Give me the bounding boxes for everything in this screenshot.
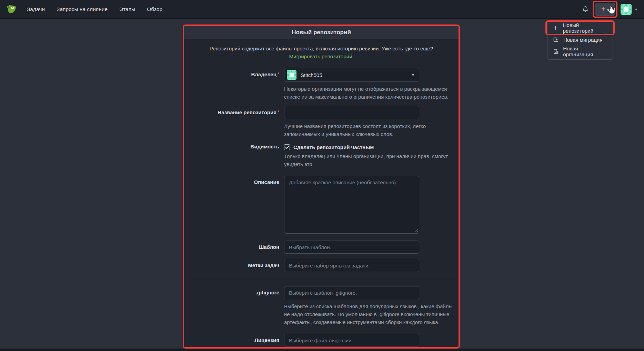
page-title: Новый репозиторий: [292, 29, 351, 36]
repo-name-label: Название репозитория*: [189, 106, 279, 138]
chevron-down-icon: ▾: [607, 8, 609, 12]
license-input[interactable]: [284, 334, 419, 347]
required-mark: *: [278, 71, 279, 77]
menu-item-label: Новая организация: [563, 46, 607, 57]
new-repository-panel: Новый репозиторий Репозиторий содержит в…: [183, 25, 460, 349]
template-input[interactable]: [284, 241, 419, 254]
repo-name-input[interactable]: [284, 106, 419, 119]
issue-labels-row: Метки задач: [189, 259, 454, 272]
menu-item-new-organization[interactable]: Новая организация: [547, 46, 613, 57]
owner-value: Stitch505: [301, 72, 322, 78]
gitea-logo-icon[interactable]: [6, 3, 18, 16]
notifications-bell-icon[interactable]: [581, 5, 590, 13]
create-new-dropdown-menu: Новый репозиторий Новая миграция Новая о…: [547, 20, 613, 60]
migration-icon: [553, 37, 559, 42]
navbar-right: + ▾ ▾: [581, 3, 637, 16]
owner-avatar: [287, 70, 296, 80]
gitignore-row: .gitignore Выберите из списка шаблонов д…: [189, 286, 454, 326]
visibility-label: Видимость: [189, 143, 279, 168]
owner-label: Владелец*: [189, 68, 279, 101]
intro-text: Репозиторий содержит все файлы проекта, …: [199, 45, 444, 60]
menu-item-label: Новая миграция: [563, 37, 603, 43]
owner-select[interactable]: Stitch505 ▾: [284, 68, 419, 82]
nav-links: Задачи Запросы на слияние Этапы Обзор: [27, 6, 162, 12]
owner-row: Владелец* Stitc: [189, 68, 454, 101]
nav-link-explore[interactable]: Обзор: [147, 6, 162, 12]
owner-help-text: Некоторые организации могут не отображат…: [284, 85, 454, 101]
organization-icon: [553, 49, 559, 54]
repo-name-help-text: Лучшие названия репозиториев состоят из …: [284, 122, 454, 138]
visibility-row: Видимость Сделать репозиторий частным То…: [189, 143, 454, 168]
nav-link-issues[interactable]: Задачи: [27, 6, 45, 12]
issue-labels-label: Метки задач: [189, 259, 279, 272]
panel-header: Новый репозиторий: [184, 26, 459, 39]
checkbox-checked-icon[interactable]: [284, 144, 290, 150]
description-row: Описание: [189, 176, 454, 234]
chevron-down-icon: ▾: [412, 72, 414, 77]
menu-item-new-repository[interactable]: Новый репозиторий: [547, 22, 613, 34]
gitignore-input[interactable]: [284, 286, 419, 299]
description-textarea[interactable]: [284, 176, 419, 234]
issue-labels-input[interactable]: [284, 259, 419, 272]
nav-link-pull-requests[interactable]: Запросы на слияние: [57, 6, 108, 12]
required-mark: *: [278, 109, 279, 115]
gitignore-help-text: Выберите из списка шаблонов для популярн…: [284, 302, 454, 326]
template-label: Шаблон: [189, 241, 279, 254]
description-label: Описание: [189, 176, 279, 234]
section-divider: [189, 279, 454, 279]
license-row: Лицензия Лицензия определяет, что другие…: [189, 334, 454, 349]
create-new-button[interactable]: + ▾: [595, 3, 615, 16]
plus-icon: +: [601, 5, 605, 13]
visibility-help-text: Только владелец или члены организации, п…: [284, 152, 454, 168]
gitignore-label: .gitignore: [189, 286, 279, 326]
menu-item-label: Новый репозиторий: [563, 22, 607, 34]
avatar-chevron-down-icon[interactable]: ▾: [635, 7, 637, 12]
private-checkbox-row[interactable]: Сделать репозиторий частным: [284, 143, 454, 150]
license-label: Лицензия: [189, 334, 279, 349]
template-row: Шаблон: [189, 241, 454, 254]
user-avatar[interactable]: [621, 4, 632, 15]
repo-name-row: Название репозитория* Лучшие названия ре…: [189, 106, 454, 138]
intro-sentence: Репозиторий содержит все файлы проекта, …: [210, 46, 433, 51]
plus-icon: [553, 25, 559, 31]
navbar: Задачи Запросы на слияние Этапы Обзор + …: [0, 0, 644, 19]
nav-link-milestones[interactable]: Этапы: [119, 6, 135, 12]
panel-body: Репозиторий содержит все файлы проекта, …: [184, 39, 459, 349]
create-new-wrap: + ▾: [595, 3, 615, 16]
bottom-strip: [0, 349, 644, 351]
menu-item-new-migration[interactable]: Новая миграция: [547, 34, 613, 46]
migrate-repository-link[interactable]: Мигрировать репозиторий.: [289, 53, 354, 59]
private-checkbox-label: Сделать репозиторий частным: [293, 144, 374, 150]
